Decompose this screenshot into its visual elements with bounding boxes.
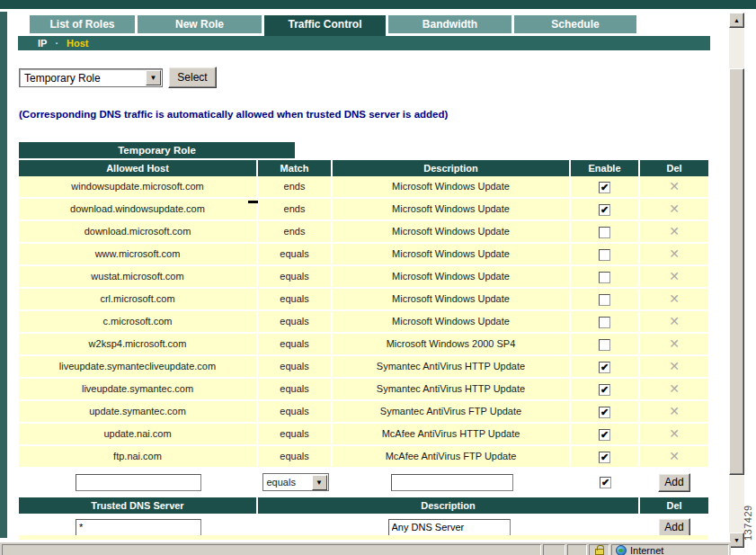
tab-list-of-roles[interactable]: List of Roles	[30, 15, 135, 36]
security-zone-label: Internet	[630, 545, 663, 555]
del-cell: ✕	[640, 446, 708, 469]
status-segment	[543, 544, 565, 555]
table-row: windowsupdate.microsoft.comendsMicrosoft…	[19, 176, 708, 199]
description-cell: Symantec AntiVirus FTP Update	[333, 401, 571, 424]
enable-checkbox[interactable]: ✔	[599, 204, 610, 216]
table-row: update.symantec.comequalsSymantec AntiVi…	[19, 401, 708, 424]
host-cell: crl.microsoft.com	[19, 289, 258, 311]
lock-icon	[595, 549, 604, 555]
status-message-area	[2, 544, 541, 555]
enable-checkbox[interactable]: ✔	[600, 477, 611, 488]
dns-description-input[interactable]	[388, 519, 511, 536]
column-header-description: Description	[333, 160, 571, 176]
delete-icon[interactable]: ✕	[669, 269, 680, 283]
subnav-separator: ·	[55, 38, 58, 49]
host-table: Allowed HostMatchDescriptionEnableDel wi…	[19, 160, 708, 496]
partial-row-sliver	[19, 535, 708, 540]
scrollbar-thumb[interactable]	[729, 68, 744, 475]
del-cell: ✕	[640, 401, 708, 424]
enable-checkbox[interactable]: ✔	[599, 429, 610, 441]
column-header-del: Del	[640, 497, 708, 514]
subnav-bar: IP · Host	[18, 36, 710, 50]
tab-bandwidth[interactable]: Bandwidth	[388, 15, 511, 36]
new-description-input[interactable]	[391, 474, 513, 491]
role-dropdown[interactable]: Temporary Role ▼	[19, 68, 163, 87]
dns-server-input[interactable]	[76, 519, 201, 536]
delete-icon[interactable]: ✕	[669, 426, 680, 441]
enable-checkbox[interactable]	[599, 249, 610, 261]
delete-icon[interactable]: ✕	[669, 291, 680, 306]
dns-table-header: Trusted DNS Server Description Del	[19, 497, 708, 514]
delete-icon[interactable]: ✕	[669, 336, 680, 351]
match-cell: ends	[258, 199, 333, 221]
subnav-link-ip[interactable]: IP	[38, 38, 47, 49]
add-dns-button[interactable]: Add	[658, 518, 690, 537]
enable-cell	[571, 266, 640, 289]
delete-icon[interactable]: ✕	[669, 314, 680, 328]
add-button-cell: Add	[640, 469, 708, 496]
browser-page: List of RolesNew RoleTraffic ControlBand…	[0, 0, 756, 555]
match-cell: equals	[258, 379, 333, 401]
match-cell: equals	[258, 311, 333, 334]
chevron-down-icon[interactable]: ▼	[146, 70, 161, 85]
enable-cell	[571, 334, 640, 356]
enable-checkbox[interactable]: ✔	[599, 384, 610, 396]
match-cell: equals	[258, 244, 333, 266]
enable-cell: ✔	[571, 176, 640, 199]
enable-checkbox[interactable]	[599, 339, 610, 351]
column-header-del: Del	[640, 160, 708, 176]
match-dropdown[interactable]: equals ▼	[262, 473, 329, 491]
enable-checkbox[interactable]	[599, 272, 610, 283]
add-host-button[interactable]: Add	[658, 473, 690, 492]
delete-icon[interactable]: ✕	[669, 179, 680, 193]
delete-icon[interactable]: ✕	[669, 381, 680, 396]
enable-cell: ✔	[571, 401, 640, 424]
tab-schedule[interactable]: Schedule	[514, 15, 636, 36]
host-table-body: windowsupdate.microsoft.comendsMicrosoft…	[19, 176, 708, 469]
enable-checkbox[interactable]: ✔	[599, 362, 610, 373]
delete-icon[interactable]: ✕	[669, 246, 680, 261]
delete-icon[interactable]: ✕	[669, 404, 680, 418]
enable-cell	[571, 244, 640, 266]
host-cell: ftp.nai.com	[19, 446, 258, 469]
enable-cell: ✔	[571, 379, 640, 401]
enable-checkbox[interactable]: ✔	[599, 182, 610, 193]
delete-icon[interactable]: ✕	[669, 449, 680, 463]
tab-bar: List of RolesNew RoleTraffic ControlBand…	[30, 15, 636, 36]
tab-traffic-control[interactable]: Traffic Control	[264, 15, 386, 36]
select-button[interactable]: Select	[168, 67, 217, 88]
scroll-up-icon[interactable]: ▲	[729, 13, 744, 28]
del-cell: ✕	[640, 424, 708, 446]
enable-checkbox[interactable]: ✔	[599, 452, 610, 463]
figure-number: 137429	[743, 505, 753, 541]
tab-new-role[interactable]: New Role	[138, 15, 262, 36]
add-host-cell	[19, 469, 258, 496]
new-host-input[interactable]	[76, 474, 201, 491]
enable-checkbox[interactable]	[599, 317, 610, 328]
del-cell: ✕	[640, 244, 708, 266]
delete-icon[interactable]: ✕	[669, 224, 680, 238]
description-cell: McAfee AntiVirus HTTP Update	[333, 424, 571, 446]
status-bar: Internet	[0, 542, 731, 555]
description-cell: Microsoft Windows Update	[333, 311, 571, 334]
delete-icon[interactable]: ✕	[669, 359, 680, 373]
del-cell: ✕	[640, 334, 708, 356]
chevron-down-icon[interactable]: ▼	[312, 475, 327, 490]
host-add-row: equals ▼ ✔ Add	[19, 469, 708, 496]
del-cell: ✕	[640, 221, 708, 244]
del-cell: ✕	[640, 289, 708, 311]
subnav-link-host[interactable]: Host	[67, 38, 88, 49]
enable-checkbox[interactable]	[599, 294, 610, 306]
column-header-enable: Enable	[571, 160, 640, 176]
match-cell: equals	[258, 356, 333, 379]
del-cell: ✕	[640, 379, 708, 401]
host-cell: www.microsoft.com	[19, 244, 258, 266]
globe-icon	[616, 545, 627, 555]
delete-icon[interactable]: ✕	[669, 201, 680, 216]
host-cell: wustat.microsoft.com	[19, 266, 258, 289]
host-cell: windowsupdate.microsoft.com	[19, 176, 258, 199]
enable-checkbox[interactable]: ✔	[599, 407, 610, 418]
enable-checkbox[interactable]	[599, 227, 610, 238]
vertical-scrollbar[interactable]: ▲ ▼	[729, 13, 744, 548]
add-match-cell: equals ▼	[258, 469, 333, 496]
